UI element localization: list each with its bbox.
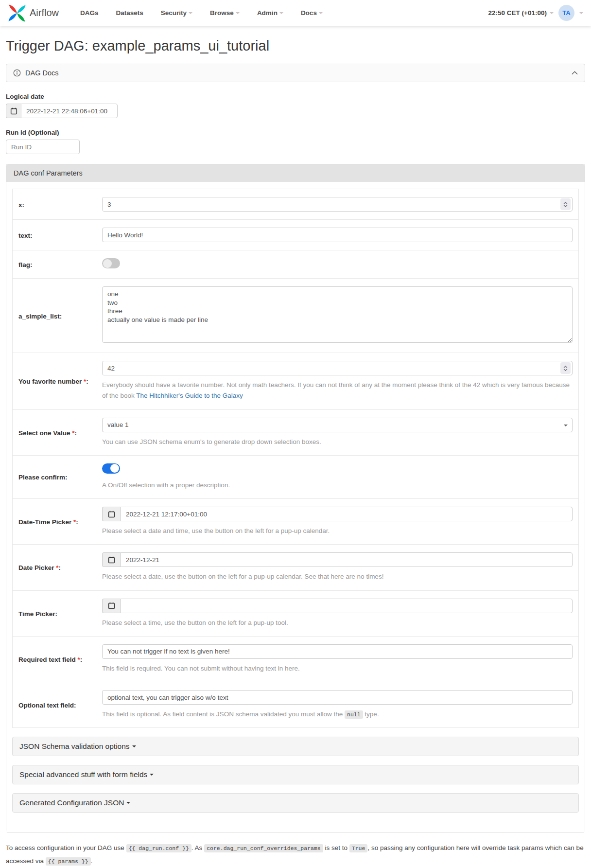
chevron-up-icon[interactable] [572,71,578,75]
calendar-button[interactable] [102,507,121,521]
param-row-date-picker: Date Picker *: [13,545,578,590]
run-id-input[interactable] [6,140,80,154]
param-label: Time Picker: [18,609,102,618]
logical-date-input[interactable] [21,104,118,118]
param-label: x: [18,200,102,209]
logical-date-group [6,104,118,118]
calendar-button[interactable] [102,599,121,613]
param-label: Select one Value *: [18,428,102,437]
param-label: a_simple_list: [18,312,102,320]
param-row-optional-text: Optional text field: This field is optio… [13,682,578,727]
conf-help-text: To access configuration in your DAG use … [6,841,585,868]
param-row-x: x: [13,189,578,220]
param-help: This field is optional. As field content… [102,709,573,720]
nav-item-browse[interactable]: Browse [210,9,240,17]
param-help: A On/Off selection with a proper descrip… [102,480,573,491]
param-label: text: [18,231,102,239]
number-input-favorite[interactable] [102,361,573,375]
true-chip: True [349,844,368,852]
dag-docs-label: DAG Docs [25,69,59,77]
caret-down-icon [150,774,154,776]
caret-down-icon [126,802,130,804]
dag-run-conf-chip: {{ dag_run.conf }} [126,844,191,852]
nav-item-datasets[interactable]: Datasets [116,9,143,17]
param-row-time-picker: Time Picker: Pl [13,591,578,637]
calendar-icon [108,556,115,564]
value-select[interactable]: value 1 [102,418,573,432]
params-table: x: text: [12,189,579,728]
param-label: Date-Time Picker *: [18,517,102,526]
param-help: Everybody should have a favorite number.… [102,380,573,402]
param-help: This field is required. You can not subm… [102,663,573,674]
param-row-select-one-value: Select one Value *: value 1 You can use … [13,410,578,456]
run-id-label: Run id (Optional) [6,129,585,136]
param-help: Please select a date, use the button on … [102,571,573,582]
dag-docs-accordion[interactable]: DAG Docs [6,64,585,82]
caret-down-icon [236,12,240,14]
page-title: Trigger DAG: example_params_ui_tutorial [6,38,585,54]
nav-item-dags[interactable]: DAGs [80,9,99,17]
nav-item-security[interactable]: Security [161,9,192,17]
params-chip: {{ params }} [46,857,91,866]
caret-down-icon [189,12,192,14]
select-caret-icon [564,425,568,426]
nav-menu: DAGs Datasets Security Browse Admin Docs [80,9,323,17]
date-input[interactable] [121,552,573,567]
navbar: Airflow DAGs Datasets Security Browse Ad… [0,0,591,26]
datetime-picker-group [102,507,573,521]
date-picker-group [102,552,573,567]
param-label: Please confirm: [18,473,102,481]
param-help: You can use JSON schema enum's to genera… [102,437,573,447]
user-avatar[interactable]: TA [558,5,574,21]
dag-conf-panel-title: DAG conf Parameters [6,164,585,182]
calendar-button[interactable] [6,104,21,118]
calendar-button[interactable] [102,552,121,567]
param-row-required-text: Required text field *: This field is req… [13,637,578,682]
number-field[interactable] [103,361,560,375]
accordion-special-advanced[interactable]: Special advanced stuff with form fields [12,765,579,784]
brand-label: Airflow [30,7,59,18]
user-menu-caret-icon[interactable] [579,12,583,14]
number-field[interactable] [103,197,560,211]
hitchhiker-link[interactable]: The Hitchhiker's Guide to the Galaxy [136,392,243,399]
param-label: Date Picker *: [18,563,102,571]
param-help: Please select a time, use the button on … [102,618,573,628]
param-row-datetime-picker: Date-Time Picker *: [13,499,578,545]
calendar-icon [10,107,17,115]
text-input[interactable] [102,228,573,242]
time-input[interactable] [121,599,573,613]
param-row-text: text: [13,220,578,250]
caret-down-icon [132,745,136,747]
simple-list-textarea[interactable]: one two three actually one value is made… [102,286,573,343]
number-spinner[interactable] [560,362,571,374]
caret-down-icon [550,12,554,14]
airflow-pinwheel-icon [8,4,26,22]
optional-text-input[interactable] [102,690,573,705]
caret-down-icon [319,12,323,14]
airflow-brand[interactable]: Airflow [8,4,59,22]
timezone-selector[interactable]: 22:50 CET (+01:00) [488,9,554,17]
number-spinner[interactable] [560,198,571,210]
caret-down-icon [279,12,283,14]
info-icon [13,69,21,77]
param-row-a-simple-list: a_simple_list: one two three actually on… [13,279,578,353]
number-input-x[interactable] [102,197,573,212]
accordion-generated-json[interactable]: Generated Configuration JSON [12,793,579,813]
param-row-flag: flag: [13,250,578,279]
confirm-toggle[interactable] [102,463,120,474]
flag-toggle[interactable] [102,258,120,268]
nav-item-admin[interactable]: Admin [257,9,283,17]
calendar-icon [108,511,115,518]
time-picker-group [102,599,573,613]
datetime-input[interactable] [121,507,573,521]
required-text-input[interactable] [102,644,573,659]
null-code-chip: null [345,710,363,719]
accordion-json-schema-options[interactable]: JSON Schema validation options [12,737,579,756]
calendar-icon [108,602,115,609]
logical-date-label: Logical date [6,93,585,100]
param-label: You favorite number *: [18,377,102,385]
dag-conf-panel: DAG conf Parameters x: [6,164,585,833]
param-label: Optional text field: [18,701,102,709]
nav-item-docs[interactable]: Docs [301,9,323,17]
clock-label: 22:50 CET (+01:00) [488,9,547,17]
